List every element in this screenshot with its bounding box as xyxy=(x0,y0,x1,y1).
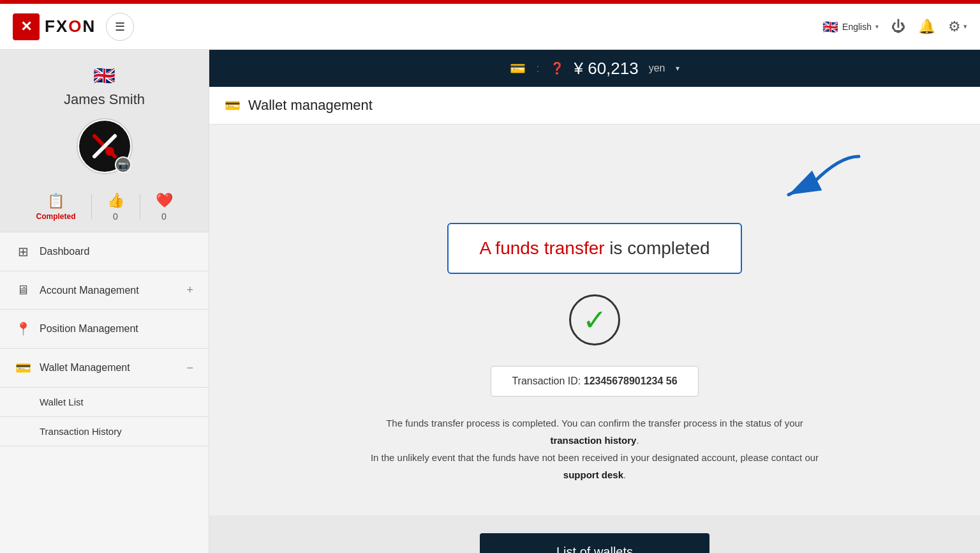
dashboard-icon: ⊞ xyxy=(15,244,31,259)
sub-header-currency: yen xyxy=(649,63,665,74)
transfer-red-text: A funds transfer xyxy=(479,238,604,258)
txn-label: Transaction ID: xyxy=(512,375,583,386)
page-content: 💳 Wallet management xyxy=(209,87,980,553)
stat-divider-2 xyxy=(140,194,140,220)
bell-icon[interactable]: 🔔 xyxy=(918,19,935,35)
hearts-count: 0 xyxy=(161,211,167,222)
bottom-section: List of wallets xyxy=(209,515,980,553)
position-mgmt-icon: 📍 xyxy=(15,321,31,337)
gear-chevron: ▾ xyxy=(963,22,967,31)
logo-icon: ✕ xyxy=(13,13,40,40)
header-right: 🇬🇧 English ▾ ⏻ 🔔 ⚙ ▾ xyxy=(822,19,967,35)
txn-id-value: 12345678901234 56 xyxy=(584,375,678,386)
list-of-wallets-button[interactable]: List of wallets xyxy=(480,533,709,553)
menu-button[interactable]: ☰ xyxy=(106,13,134,41)
transaction-id-box: Transaction ID: 12345678901234 56 xyxy=(491,366,698,397)
gear-icon[interactable]: ⚙ ▾ xyxy=(948,19,967,35)
logo-text: FXON xyxy=(45,17,96,36)
sidebar-item-account-management[interactable]: 🖥 Account Management + xyxy=(0,271,209,310)
logo: ✕ FXON xyxy=(13,13,96,40)
main-layout: 🇬🇧 James Smith 📷 xyxy=(0,50,980,553)
thumbs-up-icon: 👍 xyxy=(107,192,124,209)
account-mgmt-icon: 🖥 xyxy=(15,283,31,298)
menu-icon: ☰ xyxy=(115,20,125,34)
arrow-svg xyxy=(738,150,865,208)
sidebar-item-wallet-management[interactable]: 💳 Wallet Management − xyxy=(0,349,209,388)
sidebar-item-wallet-list[interactable]: Wallet List xyxy=(0,388,209,417)
sub-header-chevron-icon[interactable]: ▾ xyxy=(676,64,679,73)
sub-header-amount: ¥ 60,213 xyxy=(574,59,639,79)
transaction-id-wrap: Transaction ID: 12345678901234 56 xyxy=(491,366,698,397)
dashboard-label: Dashboard xyxy=(40,246,89,257)
language-chevron-icon: ▾ xyxy=(875,23,879,30)
profile-stats: 📋 Completed 👍 0 ❤️ 0 xyxy=(36,185,172,222)
avatar-wrap: 📷 xyxy=(77,118,133,174)
stat-divider-1 xyxy=(91,194,92,220)
sub-header-help-icon[interactable]: ❓ xyxy=(550,61,564,75)
header-left: ✕ FXON ☰ xyxy=(13,13,134,41)
profile-name: James Smith xyxy=(64,91,145,108)
desc-end1: . xyxy=(636,435,639,446)
wallet-mgmt-label: Wallet Management xyxy=(40,362,130,374)
sub-header: 💳 : ❓ ¥ 60,213 yen ▾ xyxy=(209,50,980,87)
power-icon[interactable]: ⏻ xyxy=(891,19,905,35)
wallet-mgmt-expand-icon[interactable]: − xyxy=(186,361,193,375)
transaction-history-label: Transaction History xyxy=(40,426,122,437)
desc-line1: The funds transfer process is completed.… xyxy=(386,418,803,428)
description-text: The funds transfer process is completed.… xyxy=(365,414,824,483)
completed-icon: 📋 xyxy=(47,193,64,209)
page-title: Wallet management xyxy=(248,97,373,114)
desc-end2: . xyxy=(623,469,626,480)
checkmark-circle: ✓ xyxy=(569,294,620,345)
sidebar: 🇬🇧 James Smith 📷 xyxy=(0,50,209,553)
arrow-wrap xyxy=(738,150,865,210)
transfer-black-text: is completed xyxy=(605,238,710,258)
checkmark-icon: ✓ xyxy=(583,303,607,337)
completion-area: A funds transfer is completed ✓ Transact… xyxy=(209,125,980,503)
page-title-icon: 💳 xyxy=(225,98,241,113)
position-mgmt-label: Position Management xyxy=(40,323,138,335)
language-selector[interactable]: 🇬🇧 English ▾ xyxy=(822,19,879,34)
content-area: 💳 : ❓ ¥ 60,213 yen ▾ 💳 Wallet management xyxy=(209,50,980,553)
flag-icon: 🇬🇧 xyxy=(822,19,838,34)
heart-icon: ❤️ xyxy=(156,192,173,209)
sidebar-profile: 🇬🇧 James Smith 📷 xyxy=(0,50,209,232)
sub-header-wallet-icon: 💳 xyxy=(510,61,526,76)
support-desk-link[interactable]: support desk xyxy=(563,469,623,480)
completed-label: Completed xyxy=(36,212,75,221)
transaction-history-link[interactable]: transaction history xyxy=(550,435,636,446)
desc-line2: In the unlikely event that the funds hav… xyxy=(371,452,819,463)
likes-stat: 👍 0 xyxy=(107,192,124,222)
sidebar-item-position-management[interactable]: 📍 Position Management xyxy=(0,310,209,349)
sidebar-item-transaction-history[interactable]: Transaction History xyxy=(0,417,209,446)
account-mgmt-label: Account Management xyxy=(40,285,139,296)
wallet-list-label: Wallet List xyxy=(40,397,84,407)
likes-count: 0 xyxy=(113,211,118,222)
camera-badge[interactable]: 📷 xyxy=(115,156,131,173)
wallet-mgmt-icon: 💳 xyxy=(15,360,31,375)
completed-stat: 📋 Completed xyxy=(36,193,75,221)
hearts-stat: ❤️ 0 xyxy=(156,192,173,222)
sidebar-item-dashboard[interactable]: ⊞ Dashboard xyxy=(0,232,209,271)
profile-flag: 🇬🇧 xyxy=(93,65,115,86)
page-title-bar: 💳 Wallet management xyxy=(209,87,980,125)
sub-header-separator: : xyxy=(536,62,539,75)
language-label: English xyxy=(842,22,872,32)
header: ✕ FXON ☰ 🇬🇧 English ▾ ⏻ 🔔 ⚙ ▾ xyxy=(0,4,980,50)
svg-point-3 xyxy=(105,147,114,156)
transfer-completed-box: A funds transfer is completed xyxy=(447,223,741,274)
account-mgmt-expand-icon[interactable]: + xyxy=(186,284,193,297)
